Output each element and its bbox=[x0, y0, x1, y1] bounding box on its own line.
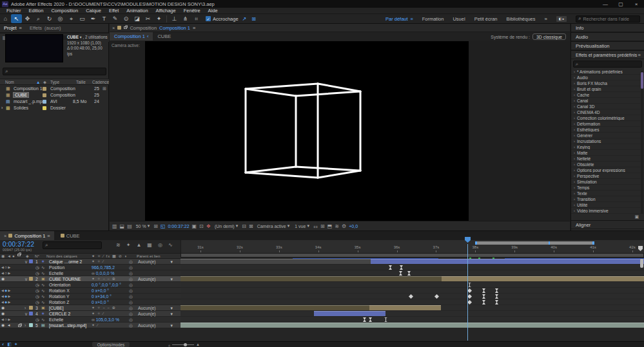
layer-color-chip[interactable] bbox=[29, 323, 33, 327]
property-value[interactable]: ∞ 0,0,0,0 % bbox=[92, 270, 114, 276]
layer-switches[interactable]: ✦ ✧ − − ⊕ bbox=[92, 276, 116, 282]
keyframe-icon[interactable] bbox=[495, 288, 498, 293]
flowchart-icon[interactable]: ≋ bbox=[116, 242, 121, 248]
stopwatch-icon[interactable]: ◷ bbox=[35, 265, 39, 270]
item-name[interactable]: Composition 1 bbox=[14, 86, 43, 91]
layer-row[interactable]: ◉◄›5▤[mozart...step.mp4]✦ ∕◎Aucun(e)▾ bbox=[0, 323, 181, 328]
keyframe-icon[interactable] bbox=[495, 294, 498, 299]
hand-tool-icon[interactable]: ✥ bbox=[22, 14, 33, 23]
roto-brush-tool-icon[interactable]: ✂ bbox=[142, 14, 153, 23]
zoom-tool-icon[interactable]: ⌕ bbox=[33, 14, 44, 23]
timeline-horizontal-scrollbar[interactable] bbox=[181, 253, 644, 258]
property-value[interactable]: 0 x+0,0 ° bbox=[92, 299, 109, 305]
property-value[interactable]: 0 x+0,0 ° bbox=[92, 288, 109, 294]
work-area-bar[interactable] bbox=[475, 241, 594, 245]
keyframe-nav[interactable]: ◀ ◆ ▶ bbox=[1, 294, 10, 299]
lock-icon[interactable] bbox=[124, 26, 127, 29]
menu-fenêtre[interactable]: Fenêtre bbox=[180, 8, 204, 14]
ruler-icon[interactable]: ▤ bbox=[127, 223, 132, 229]
stopwatch-icon[interactable]: ◷ bbox=[35, 299, 39, 305]
layer-name[interactable]: CUBE TOURNE bbox=[49, 276, 81, 282]
panel-menu-icon[interactable]: ≡ bbox=[193, 25, 195, 31]
rectangle-tool-icon[interactable]: ▭ bbox=[77, 14, 88, 23]
keyframe-nav[interactable]: ◀ ◇ ▶ bbox=[1, 265, 10, 270]
property-row[interactable]: ◀ ◆ ▶◷∿Rotation Z0 x+0,0 °◎ bbox=[0, 299, 181, 305]
property-row[interactable]: ◀ ◇ ▶◷∿Position966,0,785,2◎ bbox=[0, 265, 181, 270]
panel-menu-icon[interactable]: ≡ bbox=[638, 52, 641, 58]
layer-color-chip[interactable] bbox=[29, 306, 33, 310]
effects-category[interactable]: ›Utilité bbox=[571, 202, 644, 208]
pickwhip-icon[interactable]: ◎ bbox=[129, 299, 133, 305]
pickwhip-icon[interactable]: ◎ bbox=[129, 270, 133, 276]
show-snapshot-icon[interactable]: ⊡ bbox=[199, 223, 204, 229]
help-search-input[interactable]: ⌕ bbox=[576, 15, 640, 23]
column-size[interactable]: Taille bbox=[76, 80, 86, 84]
effects-category[interactable]: ›Temps bbox=[571, 185, 644, 191]
property-value-text[interactable]: 0 x+0,0 ° bbox=[92, 300, 109, 305]
project-item-row[interactable]: ›▩SolidesDossier bbox=[0, 105, 109, 111]
layer-row[interactable]: ◉∨2▣CUBE TOURNE✦ ✧ − − ⊕◎Aucun(e)▾ bbox=[0, 276, 181, 282]
menu-aide[interactable]: Aide bbox=[204, 8, 222, 14]
menu-effet[interactable]: Effet bbox=[105, 8, 122, 14]
graph-icon[interactable]: ∿ bbox=[41, 317, 45, 323]
keyframe-nav[interactable]: ◀ ◇ ▶ bbox=[1, 317, 10, 323]
graph-icon[interactable]: ∿ bbox=[41, 294, 45, 299]
keyframe-icon[interactable] bbox=[482, 294, 485, 299]
layer-row[interactable]: ◉›3▣[CUBE]✦ ✧ − − ⊕◎Aucun(e)▾ bbox=[0, 305, 181, 311]
track-row[interactable] bbox=[181, 305, 644, 311]
performance-icon[interactable]: ✦ bbox=[14, 342, 18, 347]
item-name[interactable]: mozart _.p.mp4 bbox=[14, 99, 45, 104]
solo-icon[interactable]: ● bbox=[12, 254, 15, 258]
item-label-chip[interactable] bbox=[43, 106, 46, 110]
help-search-field[interactable] bbox=[583, 17, 638, 21]
effects-category[interactable]: ›Cache bbox=[571, 92, 644, 98]
track-row[interactable] bbox=[181, 323, 644, 328]
current-timecode[interactable]: 0:00:37:22 bbox=[3, 241, 34, 248]
column-name[interactable]: Nom bbox=[5, 80, 14, 84]
property-value[interactable]: 0 x+34,0 ° bbox=[92, 294, 112, 299]
workspace-par-d-faut[interactable]: Par défaut bbox=[385, 16, 408, 22]
graph-editor-icon[interactable]: ∿ bbox=[168, 242, 173, 248]
layer-duration-bar[interactable] bbox=[181, 323, 644, 328]
keyframe-icon[interactable] bbox=[369, 317, 372, 322]
effects-category[interactable]: ›Boris FX Mocha bbox=[571, 80, 644, 86]
workspace-menu-icon[interactable]: ≡ bbox=[411, 17, 413, 21]
track-row[interactable] bbox=[181, 299, 644, 305]
zoom-slider-knob[interactable] bbox=[184, 343, 187, 346]
maximize-button[interactable]: ▢ bbox=[613, 0, 629, 8]
property-value-text[interactable]: 0,0,0,0 % bbox=[96, 271, 115, 276]
pickwhip-icon[interactable]: ◎ bbox=[129, 305, 133, 311]
comp-marker-bin-icon[interactable] bbox=[638, 246, 643, 251]
graph-icon[interactable]: ∿ bbox=[41, 265, 45, 270]
keyframe-icon[interactable] bbox=[495, 300, 498, 305]
expander-icon[interactable]: ∨ bbox=[24, 276, 28, 282]
rotation-tool-icon[interactable]: ↻ bbox=[44, 14, 55, 23]
effects-category[interactable]: ›Vidéo immersive bbox=[571, 208, 644, 214]
preview-toggle-icon[interactable]: ▥ bbox=[112, 223, 117, 229]
property-value[interactable]: ∞ 105,0,3,0 % bbox=[92, 317, 119, 323]
parent-dropdown[interactable]: Aucun(e)▾ bbox=[137, 305, 174, 311]
property-name[interactable]: Position bbox=[49, 265, 64, 270]
axis-mode-icon-0[interactable]: ⊥ bbox=[169, 14, 180, 23]
property-row[interactable]: ◀ ◆ ▶◷∿Rotation X0 x+0,0 °◎ bbox=[0, 288, 181, 294]
axis-mode-icon-2[interactable]: ⌗ bbox=[191, 14, 202, 23]
snap-option-icon-1[interactable]: ⊞ bbox=[251, 16, 256, 22]
effects-category[interactable]: ›Déformation bbox=[571, 121, 644, 127]
keyframe-icon[interactable] bbox=[384, 317, 387, 322]
scrollbar-thumb[interactable] bbox=[641, 72, 643, 89]
item-name[interactable]: CUBE bbox=[14, 93, 28, 97]
effects-search-input[interactable]: ⌕ bbox=[573, 61, 642, 68]
work-area-start-handle[interactable] bbox=[475, 241, 477, 245]
parent-dropdown[interactable]: Aucun(e)▾ bbox=[137, 311, 174, 317]
flowchart-icon[interactable]: ≋ bbox=[335, 223, 339, 229]
keyframe-icon[interactable] bbox=[467, 300, 472, 305]
eraser-tool-icon[interactable]: ◪ bbox=[132, 14, 142, 23]
frame-blend-icon[interactable]: ▦ bbox=[147, 242, 152, 248]
tag-icon[interactable]: ◈ bbox=[26, 254, 29, 258]
column-switches-icons[interactable]: ✦ ✧ ∕ fx ▦ ⊘ ◑ bbox=[92, 254, 127, 258]
property-row[interactable]: ◀ ◇ ▶◷∿Echelle∞ 105,0,3,0 %◎ bbox=[0, 317, 181, 323]
pan-behind-tool-icon[interactable]: ⌖ bbox=[66, 14, 77, 23]
stopwatch-icon[interactable]: ◷ bbox=[35, 317, 39, 323]
zoom-in-icon[interactable]: ▲ bbox=[196, 342, 200, 346]
menu-affichage[interactable]: Affichage bbox=[152, 8, 180, 14]
